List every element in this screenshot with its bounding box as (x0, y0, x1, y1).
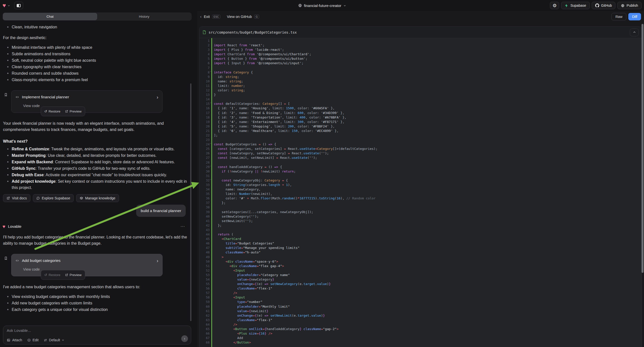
line-number: 31 (200, 174, 210, 178)
fold-toggle-icon[interactable] (210, 102, 212, 104)
line-number: 65 (200, 327, 210, 331)
attach-button[interactable]: Attach (7, 338, 22, 342)
bookmark-icon[interactable] (4, 93, 8, 96)
lovable-logo-icon[interactable]: ♥ (2, 2, 6, 8)
publish-button[interactable]: Publish (617, 2, 642, 9)
publish-label: Publish (626, 4, 638, 8)
fold-toggle-icon[interactable] (210, 165, 212, 167)
code-line: 34 name: newCategory, (200, 187, 642, 192)
preview-button[interactable]: Preview (65, 108, 82, 114)
chat-scrollbar[interactable] (190, 84, 192, 321)
quick-actions-row: Visit docsExplore SupabaseManage knowled… (3, 194, 188, 202)
code-line: 53 placeholder="Category name" (200, 273, 642, 277)
edit-label: Edit (32, 338, 38, 342)
send-button[interactable]: ↑ (181, 335, 188, 342)
line-number: 61 (200, 309, 210, 314)
code-line: 16 { id: '1', name: 'Housing', limit: 15… (200, 106, 642, 110)
fold-toggle-icon[interactable] (210, 178, 212, 180)
code-line: 48 className="h-auto" (200, 250, 642, 255)
line-number: 39 (200, 210, 210, 214)
card-actions-pill: ↺RestorePreview (41, 106, 85, 116)
chat-input[interactable] (7, 328, 151, 333)
code-line: 8interface Category { (200, 70, 642, 75)
code-line: 5import { Button } from '@/components/ui… (200, 56, 642, 61)
line-number: 59 (200, 300, 210, 304)
restore-button[interactable]: ↺Restore (44, 108, 60, 114)
message-menu-button[interactable]: ⋯ (180, 223, 185, 230)
line-number: 24 (200, 142, 210, 146)
code-line: 22]; (200, 133, 642, 138)
mode-label: Default (49, 338, 60, 342)
code-line: 67 Add (200, 336, 642, 340)
supabase-button[interactable]: Supabase (561, 2, 590, 9)
code-change-card[interactable]: Implement financial planner›View code↺Re… (11, 90, 162, 113)
globe-icon (298, 4, 302, 8)
code-icon (16, 95, 19, 99)
code-change-card[interactable]: Add budget categories›View code↺RestoreP… (11, 254, 162, 276)
line-number: 10 (200, 79, 210, 84)
sliders-icon (44, 338, 47, 342)
settings-button[interactable]: ⚙ (550, 2, 559, 9)
card-title: Implement financial planner (22, 94, 69, 100)
line-number: 34 (200, 187, 210, 192)
list-item-bold: Add project knowledge (12, 179, 56, 184)
restore-button[interactable]: ↺Restore (44, 272, 60, 278)
diff-toggle-button[interactable]: Diff (628, 13, 641, 20)
exit-button[interactable]: ‹ Exit ESC (200, 14, 220, 19)
line-number: 9 (200, 75, 210, 79)
file-path: src/components/budget/BudgetCategories.t… (208, 30, 297, 34)
code-line: 31 (200, 174, 642, 178)
code-scrollbar[interactable] (642, 24, 644, 273)
line-number: 12 (200, 88, 210, 92)
line-number: 2 (200, 43, 210, 48)
list-item: Clean, intuitive navigation (2, 24, 188, 30)
code-line: 68 </Button> (200, 340, 642, 345)
tab-history[interactable]: History (97, 13, 191, 20)
chevron-up-icon (633, 30, 636, 34)
code-line: 61 value={newLimit} (200, 309, 642, 314)
line-number: 15 (200, 102, 210, 106)
code-line: 57 /> (200, 291, 642, 295)
line-number: 35 (200, 192, 210, 196)
github-button[interactable]: GitHub (592, 2, 616, 9)
edit-button[interactable]: Edit (27, 338, 38, 342)
bookmark-icon[interactable] (4, 256, 8, 260)
list-item: Soft, neutral color palette with light b… (2, 57, 188, 64)
line-number: 37 (200, 201, 210, 205)
line-number: 27 (200, 156, 210, 160)
fold-toggle-icon[interactable] (210, 142, 212, 144)
external-link-icon (6, 196, 10, 200)
line-number: 46 (200, 241, 210, 246)
line-number: 42 (200, 223, 210, 228)
line-number: 18 (200, 115, 210, 120)
card-title-row: Add budget categories› (16, 258, 158, 264)
code-line: 29 const handleAddCategory = () => { (200, 165, 642, 169)
line-number: 5 (200, 56, 210, 61)
line-number: 1 (200, 38, 210, 43)
preview-button[interactable]: Preview (65, 272, 82, 278)
code-line: 13} (200, 92, 642, 97)
fold-toggle-icon[interactable] (210, 70, 212, 72)
mode-select[interactable]: Default (44, 338, 64, 342)
supabase-label: Supabase (570, 4, 586, 8)
code-area: 12import React from 'react';3import { Pl… (200, 38, 642, 347)
project-switcher[interactable]: financial-future-creator (298, 0, 346, 11)
code-line: 38 (200, 205, 642, 210)
chevron-down-icon[interactable] (8, 4, 10, 7)
code-line: 65 <Button onClick={handleAddCategory} c… (200, 327, 642, 331)
collapse-file-button[interactable] (630, 28, 639, 36)
toggle-sidebar-button[interactable] (14, 2, 23, 9)
explore-supabase-button[interactable]: Explore Supabase (33, 194, 74, 202)
line-number: 63 (200, 318, 210, 322)
visit-docs-button[interactable]: Visit docs (3, 194, 30, 202)
list-item: Minimalist interface with plenty of whit… (2, 44, 188, 50)
view-on-github-button[interactable]: View on GitHub G (227, 15, 259, 19)
manage-knowledge-button[interactable]: Manage knowledge (76, 194, 119, 202)
tab-chat[interactable]: Chat (3, 13, 97, 20)
raw-toggle-button[interactable]: Raw (612, 13, 626, 20)
lovable-heart-icon: ♥ (2, 224, 6, 229)
code-line: 30 if (!newCategory || !newLimit) return… (200, 169, 642, 174)
prompt-box: Attach Edit Default ↑ (3, 326, 191, 344)
code-line: 3import { Plus } from 'lucide-react'; (200, 48, 642, 52)
code-viewer-panel: ‹ Exit ESC View on GitHub G Raw Diff src… (197, 11, 644, 347)
